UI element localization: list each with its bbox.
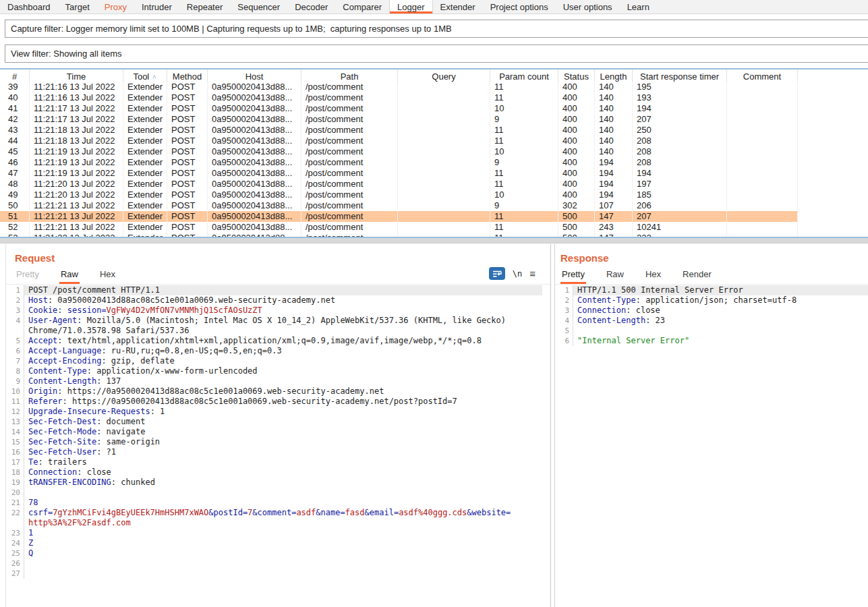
cell-method[interactable]: POST bbox=[167, 233, 208, 238]
cell-time[interactable]: 11:21:19 13 Jul 2022 bbox=[30, 157, 123, 168]
cell-path[interactable]: /post/comment bbox=[301, 82, 398, 92]
cell-comment[interactable] bbox=[727, 211, 798, 222]
cell-start-response-timer[interactable]: 208 bbox=[633, 157, 727, 168]
cell-status[interactable]: 400 bbox=[558, 103, 595, 114]
cell-num[interactable]: 44 bbox=[0, 136, 30, 146]
cell-param-count[interactable]: 10 bbox=[490, 103, 558, 114]
table-row[interactable]: 4611:21:19 13 Jul 2022ExtenderPOST0a9500… bbox=[0, 157, 868, 168]
cell-num[interactable]: 43 bbox=[0, 125, 30, 136]
cell-time[interactable]: 11:21:16 13 Jul 2022 bbox=[30, 92, 123, 103]
cell-comment[interactable] bbox=[727, 82, 798, 92]
cell-status[interactable]: 400 bbox=[558, 114, 595, 125]
table-row[interactable]: 5111:21:21 13 Jul 2022ExtenderPOST0a9500… bbox=[0, 211, 868, 222]
cell-status[interactable]: 500 bbox=[558, 222, 595, 233]
menu-item-repeater[interactable]: Repeater bbox=[179, 0, 230, 13]
cell-start-response-timer[interactable]: 195 bbox=[633, 82, 727, 92]
cell-param-count[interactable]: 9 bbox=[490, 157, 558, 168]
cell-time[interactable]: 11:21:21 13 Jul 2022 bbox=[30, 222, 123, 233]
cell-comment[interactable] bbox=[727, 146, 798, 157]
cell-num[interactable]: 52 bbox=[0, 222, 30, 233]
cell-param-count[interactable]: 9 bbox=[490, 114, 558, 125]
cell-start-response-timer[interactable]: 194 bbox=[633, 168, 727, 179]
cell-time[interactable]: 11:21:16 13 Jul 2022 bbox=[30, 82, 123, 92]
cell-comment[interactable] bbox=[727, 103, 798, 114]
cell-length[interactable]: 140 bbox=[595, 92, 633, 103]
table-row[interactable]: 4111:21:17 13 Jul 2022ExtenderPOST0a9500… bbox=[0, 103, 868, 114]
cell-length[interactable]: 194 bbox=[595, 190, 633, 200]
tab-render[interactable]: Render bbox=[681, 265, 713, 284]
cell-status[interactable]: 302 bbox=[558, 200, 595, 211]
cell-query[interactable] bbox=[398, 168, 490, 179]
cell-num[interactable]: 49 bbox=[0, 190, 30, 200]
cell-comment[interactable] bbox=[727, 179, 798, 190]
horizontal-splitter[interactable] bbox=[0, 238, 868, 243]
tab-pretty[interactable]: Pretty bbox=[560, 265, 586, 284]
cell-path[interactable]: /post/comment bbox=[301, 136, 398, 146]
cell-comment[interactable] bbox=[727, 157, 798, 168]
view-filter-bar[interactable]: View filter: Showing all items bbox=[5, 45, 868, 63]
menu-item-sequencer[interactable]: Sequencer bbox=[230, 0, 287, 13]
menu-item-target[interactable]: Target bbox=[58, 0, 97, 13]
cell-method[interactable]: POST bbox=[167, 168, 208, 179]
cell-start-response-timer[interactable]: 207 bbox=[633, 211, 727, 222]
menu-item-logger[interactable]: Logger bbox=[389, 0, 432, 13]
cell-query[interactable] bbox=[398, 125, 490, 136]
cell-start-response-timer[interactable]: 185 bbox=[633, 190, 727, 200]
cell-query[interactable] bbox=[398, 200, 490, 211]
cell-param-count[interactable]: 11 bbox=[490, 233, 558, 238]
cell-start-response-timer[interactable]: 208 bbox=[633, 136, 727, 146]
cell-path[interactable]: /post/comment bbox=[301, 190, 398, 200]
cell-length[interactable]: 243 bbox=[595, 222, 633, 233]
cell-start-response-timer[interactable]: 208 bbox=[633, 146, 727, 157]
cell-method[interactable]: POST bbox=[167, 114, 208, 125]
cell-comment[interactable] bbox=[727, 136, 798, 146]
cell-param-count[interactable]: 11 bbox=[490, 82, 558, 92]
cell-method[interactable]: POST bbox=[167, 190, 208, 200]
cell-start-response-timer[interactable]: 197 bbox=[633, 179, 727, 190]
cell-comment[interactable] bbox=[727, 200, 798, 211]
cell-tool[interactable]: Extender bbox=[123, 136, 167, 146]
table-row[interactable]: 3911:21:16 13 Jul 2022ExtenderPOST0a9500… bbox=[0, 82, 868, 92]
table-row[interactable]: 4311:21:18 13 Jul 2022ExtenderPOST0a9500… bbox=[0, 125, 868, 136]
cell-host[interactable]: 0a9500020413d88... bbox=[208, 168, 301, 179]
cell-path[interactable]: /post/comment bbox=[301, 179, 398, 190]
cell-status[interactable]: 400 bbox=[558, 157, 595, 168]
cell-tool[interactable]: Extender bbox=[123, 190, 167, 200]
tab-raw[interactable]: Raw bbox=[605, 265, 625, 284]
cell-path[interactable]: /post/comment bbox=[301, 233, 398, 238]
cell-num[interactable]: 42 bbox=[0, 114, 30, 125]
cell-host[interactable]: 0a9500020413d88... bbox=[208, 146, 301, 157]
cell-time[interactable]: 11:21:22 13 Jul 2022 bbox=[30, 233, 123, 238]
cell-time[interactable]: 11:21:20 13 Jul 2022 bbox=[30, 179, 123, 190]
cell-host[interactable]: 0a9500020413d88... bbox=[208, 136, 301, 146]
cell-host[interactable]: 0a9500020413d88... bbox=[208, 114, 301, 125]
cell-length[interactable]: 140 bbox=[595, 136, 633, 146]
cell-num[interactable]: 48 bbox=[0, 179, 30, 190]
cell-tool[interactable]: Extender bbox=[123, 125, 167, 136]
menu-item-project-options[interactable]: Project options bbox=[483, 0, 556, 13]
cell-host[interactable]: 0a9500020413d88... bbox=[208, 222, 301, 233]
cell-method[interactable]: POST bbox=[167, 200, 208, 211]
cell-time[interactable]: 11:21:18 13 Jul 2022 bbox=[30, 136, 123, 146]
cell-host[interactable]: 0a9500020413d88... bbox=[208, 103, 301, 114]
cell-tool[interactable]: Extender bbox=[123, 146, 167, 157]
cell-time[interactable]: 11:21:21 13 Jul 2022 bbox=[30, 200, 123, 211]
table-row[interactable]: 5311:21:22 13 Jul 2022ExtenderPOST0a9500… bbox=[0, 233, 868, 238]
cell-tool[interactable]: Extender bbox=[123, 200, 167, 211]
cell-param-count[interactable]: 11 bbox=[490, 211, 558, 222]
cell-tool[interactable]: Extender bbox=[123, 233, 167, 238]
editor-menu-icon[interactable]: ≡ bbox=[529, 268, 536, 279]
cell-time[interactable]: 11:21:20 13 Jul 2022 bbox=[30, 190, 123, 200]
cell-comment[interactable] bbox=[727, 190, 798, 200]
table-row[interactable]: 4211:21:17 13 Jul 2022ExtenderPOST0a9500… bbox=[0, 114, 868, 125]
table-row[interactable]: 4411:21:18 13 Jul 2022ExtenderPOST0a9500… bbox=[0, 136, 868, 146]
cell-method[interactable]: POST bbox=[167, 157, 208, 168]
cell-time[interactable]: 11:21:19 13 Jul 2022 bbox=[30, 146, 123, 157]
cell-num[interactable]: 41 bbox=[0, 103, 30, 114]
cell-path[interactable]: /post/comment bbox=[301, 125, 398, 136]
cell-status[interactable]: 400 bbox=[558, 190, 595, 200]
cell-method[interactable]: POST bbox=[167, 92, 208, 103]
cell-tool[interactable]: Extender bbox=[123, 92, 167, 103]
table-row[interactable]: 4811:21:20 13 Jul 2022ExtenderPOST0a9500… bbox=[0, 179, 868, 190]
cell-num[interactable]: 40 bbox=[0, 92, 30, 103]
